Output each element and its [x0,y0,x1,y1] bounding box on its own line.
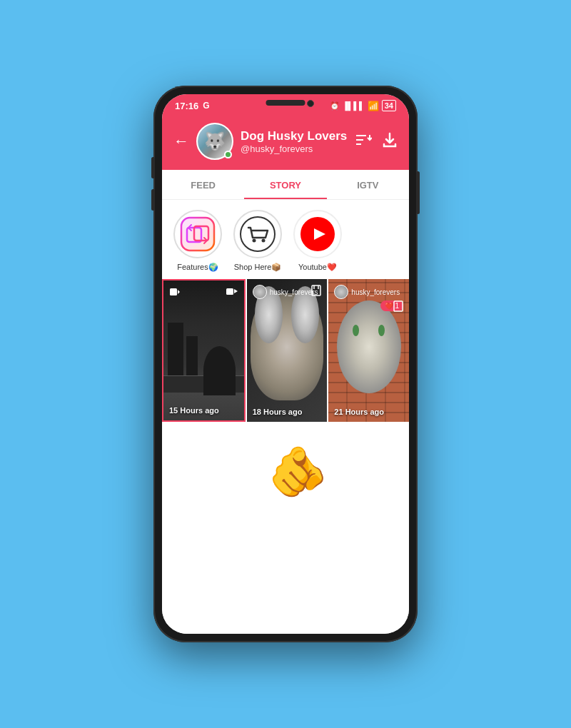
phone-frame: 17:16 G ⏰ ▐▌▌▌ 📶 34 ← 🐺 Dog [153,86,418,642]
highlight-features[interactable]: Features🌍 [173,210,222,272]
story-highlights: Features🌍 Shop Here📦 [162,200,409,279]
highlight-shop[interactable]: Shop Here📦 [233,210,282,272]
pointing-hand: 🫵 [268,443,328,500]
highlight-features-label: Features🌍 [177,263,218,272]
tab-igtv[interactable]: IGTV [327,170,409,199]
profile-name: Dog Husky Lovers [241,129,349,143]
svg-rect-20 [394,301,403,311]
highlight-shop-label: Shop Here📦 [234,263,282,272]
tab-story[interactable]: STORY [244,170,326,199]
story-2-username-bar: husky_forevers [253,285,318,299]
signal-icon: ▐▌▌▌ [343,101,365,110]
alarm-icon: ⏰ [330,101,340,111]
status-left: 17:16 G [175,101,210,111]
story-3-save-icon [393,300,403,314]
status-right: ⏰ ▐▌▌▌ 📶 34 [330,100,396,111]
profile-info: Dog Husky Lovers @husky_forevers [241,129,349,154]
profile-header: ← 🐺 Dog Husky Lovers @husky_forevers [162,116,409,170]
sort-icon[interactable] [356,133,372,150]
volume-up-button [151,157,155,178]
svg-marker-16 [234,289,238,293]
highlight-youtube-label: Youtube❤️ [298,263,337,272]
wifi-icon: 📶 [368,101,379,111]
tab-bar: FEED STORY IGTV [162,170,409,200]
phone-screen: 17:16 G ⏰ ▐▌▌▌ 📶 34 ← 🐺 Dog [162,94,409,634]
time-display: 17:16 [175,101,198,111]
back-button[interactable]: ← [173,132,189,151]
battery-display: 34 [382,100,396,111]
story-item-1[interactable]: 15 Hours ago [162,279,246,422]
story-1-video-icon [169,286,181,300]
heart-icon: ❤️ [385,302,393,310]
svg-rect-17 [312,285,320,295]
story-3-username-bar: husky_forevers [334,285,400,299]
highlight-circle-youtube [293,210,342,258]
story-3-time: 21 Hours ago [334,408,384,416]
phone-camera [307,100,314,107]
profile-username: @husky_forevers [241,143,349,154]
story-1-overlay [163,280,244,420]
download-icon[interactable] [382,132,398,151]
story-3-username: husky_forevers [351,288,400,296]
story-2-save-icon [311,285,321,298]
svg-rect-15 [226,288,233,295]
story-2-time: 18 Hours ago [253,408,303,416]
profile-avatar-container: 🐺 [196,123,233,160]
svg-point-8 [241,217,275,251]
svg-marker-14 [178,290,180,294]
tab-feed[interactable]: FEED [162,170,244,199]
story-grid-wrapper: 15 Hours ago husky_forevers [162,279,409,479]
power-button [416,171,420,214]
highlight-youtube[interactable]: Youtube❤️ [293,210,342,272]
carrier-icon: G [203,101,209,111]
online-indicator [224,151,232,158]
highlight-circle-features [173,210,222,258]
volume-down-button [151,189,155,211]
story-2-username: husky_forevers [270,288,318,296]
story-item-2[interactable]: husky_forevers 18 Hours ago [247,279,328,422]
phone-speaker [266,100,305,106]
svg-point-10 [262,239,266,243]
story-1-camera-icon [226,286,238,299]
story-item-3[interactable]: husky_forevers ❤️ 1 21 Hours ago [328,279,409,422]
story-1-time: 15 Hours ago [169,406,219,415]
bottom-spacer [162,479,409,634]
svg-rect-13 [170,288,177,295]
highlight-circle-shop [233,210,282,258]
svg-point-9 [253,239,256,243]
header-actions [356,132,398,151]
story-grid: 15 Hours ago husky_forevers [162,279,409,422]
